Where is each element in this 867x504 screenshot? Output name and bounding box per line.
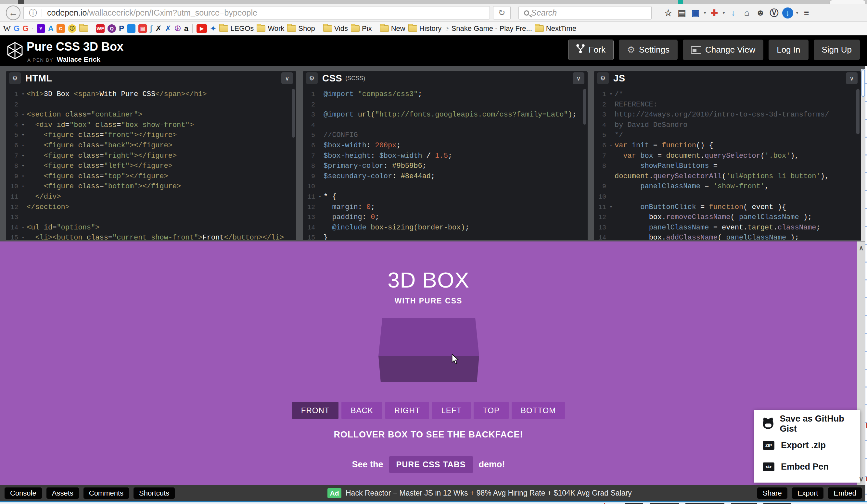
fold-arrow-icon[interactable]: ▾ <box>20 182 26 192</box>
fold-arrow-icon[interactable]: ▾ <box>20 151 26 161</box>
fold-arrow-icon[interactable]: ▾ <box>608 202 614 212</box>
bookmark-info-circle[interactable]: ⓘ <box>68 24 76 33</box>
background-scrollbar-thumb[interactable] <box>861 69 865 97</box>
shield-v-icon[interactable]: Ⓥ <box>767 7 781 19</box>
extension-download-icon-caret[interactable]: ▾ <box>794 10 800 15</box>
bookmark-q-purple[interactable]: Q <box>108 24 116 33</box>
fold-arrow-icon[interactable] <box>608 223 614 233</box>
fold-arrow-icon[interactable] <box>317 171 323 182</box>
bookmark-star-icon[interactable]: ☆ <box>661 7 675 19</box>
fold-arrow-icon[interactable] <box>317 151 323 161</box>
feedback-smiley-icon[interactable]: ☻ <box>753 7 767 19</box>
back-button[interactable]: ← <box>6 6 20 20</box>
reading-list-icon[interactable]: ▤ <box>675 7 689 19</box>
fold-arrow-icon[interactable] <box>608 100 614 110</box>
fold-arrow-icon[interactable] <box>608 151 614 161</box>
bookmark-folder-pix[interactable]: Pix <box>351 24 372 33</box>
bookmark-script-f[interactable]: ʃ <box>150 25 152 32</box>
fold-arrow-icon[interactable] <box>608 130 614 141</box>
bookmark-peace[interactable]: ☮ <box>174 25 181 32</box>
fold-arrow-icon[interactable]: ▾ <box>20 89 26 100</box>
fold-arrow-icon[interactable] <box>20 212 26 223</box>
fold-arrow-icon[interactable] <box>608 120 614 130</box>
fold-arrow-icon[interactable] <box>608 182 614 192</box>
bookmark-x-black[interactable]: ✗ <box>155 25 162 32</box>
fold-arrow-icon[interactable] <box>317 100 323 110</box>
fold-arrow-icon[interactable]: ▾ <box>20 161 26 171</box>
fold-arrow-icon[interactable]: ▾ <box>317 192 323 202</box>
editor-settings-gear-icon[interactable]: ⚙ <box>306 73 318 84</box>
pen-author[interactable]: Wallace Erick <box>56 55 100 63</box>
bookmark-snake-game[interactable]: ◔Snake Game - Play Fre... <box>445 24 532 33</box>
fold-arrow-icon[interactable]: ▾ <box>20 130 26 141</box>
bookmark-folder-new[interactable]: New <box>380 24 405 33</box>
home-icon[interactable]: ⌂ <box>740 7 753 19</box>
signup-button[interactable]: Sign Up <box>814 40 860 60</box>
editor-scrollbar-thumb[interactable] <box>856 89 859 134</box>
bookmark-folder-nexttime[interactable]: NextTime <box>535 24 576 33</box>
save-page-icon[interactable]: ▣ <box>689 7 702 19</box>
fold-arrow-icon[interactable] <box>20 202 26 212</box>
fold-arrow-icon[interactable] <box>608 110 614 120</box>
face-button-front[interactable]: FRONT <box>292 402 339 419</box>
bookmark-pdf-red[interactable]: ▤ <box>138 24 147 33</box>
fold-arrow-icon[interactable] <box>317 212 323 223</box>
editor-settings-gear-icon[interactable]: ⚙ <box>597 73 609 84</box>
fold-arrow-icon[interactable]: ▾ <box>20 171 26 182</box>
menu-item-zip[interactable]: ZIPExport .zip <box>754 435 860 456</box>
bookmark-spark-blue[interactable]: ✦ <box>210 25 216 32</box>
face-button-left[interactable]: LEFT <box>432 402 471 419</box>
bookmark-google-1[interactable]: G <box>14 25 20 32</box>
fold-arrow-icon[interactable]: ▾ <box>20 110 26 120</box>
face-button-top[interactable]: TOP <box>474 402 509 419</box>
bookmark-folder-history[interactable]: History <box>408 24 441 33</box>
save-page-icon-caret[interactable]: ▾ <box>702 10 707 15</box>
editor-collapse-chevron-icon[interactable]: ∨ <box>281 73 293 84</box>
editor-collapse-chevron-icon[interactable]: ∨ <box>573 73 585 84</box>
bookmark-yahoo[interactable]: Y <box>37 24 45 33</box>
menu-hamburger-icon[interactable]: ≡ <box>800 7 813 19</box>
fold-arrow-icon[interactable] <box>20 192 26 202</box>
change-view-button[interactable]: Change View <box>683 40 763 60</box>
site-info-icon[interactable]: ⓘ <box>29 8 37 18</box>
bookmark-wikipedia[interactable]: W <box>3 25 11 32</box>
bookmark-youtube[interactable]: ▶ <box>196 24 207 33</box>
fold-arrow-icon[interactable] <box>317 130 323 141</box>
footer-ad[interactable]: Ad Hack Reactor = Master JS in 12 Wks + … <box>328 488 632 498</box>
fold-arrow-icon[interactable] <box>608 161 614 171</box>
code-area-js[interactable]: 1▾/*2REFERENCE:3http://24ways.org/2010/i… <box>594 86 861 240</box>
fold-arrow-icon[interactable] <box>317 233 323 240</box>
fold-arrow-icon[interactable] <box>608 192 614 202</box>
bookmark-folder-shop[interactable]: Shop <box>287 24 315 33</box>
bookmark-c-orange[interactable]: C <box>56 24 65 33</box>
editor-scrollbar-thumb[interactable] <box>292 89 295 138</box>
fold-arrow-icon[interactable] <box>317 202 323 212</box>
editor-scrollbar-thumb[interactable] <box>583 89 586 124</box>
menu-item-embed[interactable]: </>Embed Pen <box>754 456 860 478</box>
fold-arrow-icon[interactable] <box>317 141 323 151</box>
face-button-back[interactable]: BACK <box>341 402 382 419</box>
url-bar[interactable]: ⓘ codepen.io/wallaceerick/pen/IGxim?utm_… <box>23 6 490 20</box>
bookmark-a-blue[interactable]: A <box>48 25 54 32</box>
fold-arrow-icon[interactable]: ▾ <box>608 89 614 100</box>
fold-arrow-icon[interactable] <box>317 182 323 192</box>
fold-arrow-icon[interactable] <box>317 89 323 100</box>
fork-button[interactable]: Fork <box>568 40 614 60</box>
ad-text[interactable]: Hack Reactor = Master JS in 12 Wks + 98%… <box>346 489 632 497</box>
active-tab-top[interactable] <box>829 0 866 4</box>
bookmark-x-blue[interactable]: ✗ <box>165 25 171 32</box>
code-area-css[interactable]: 1@import "compass/css3";23@import url("h… <box>303 86 588 240</box>
extension-download-icon[interactable]: ↓ <box>782 8 793 19</box>
css-3d-box[interactable] <box>378 318 479 382</box>
menu-item-github[interactable]: Save as GitHub Gist <box>754 413 860 435</box>
fold-arrow-icon[interactable]: ▾ <box>20 141 26 151</box>
fold-arrow-icon[interactable]: ▾ <box>20 120 26 130</box>
bookmark-blue-square[interactable] <box>127 24 136 33</box>
reload-button[interactable]: ↻ <box>493 6 511 20</box>
editor-settings-gear-icon[interactable]: ⚙ <box>9 73 21 84</box>
pure-css-tabs-button[interactable]: PURE CSS TABS <box>389 456 473 473</box>
fold-arrow-icon[interactable]: ▾ <box>20 223 26 233</box>
bookmark-overflow-dot[interactable]: · <box>32 25 34 32</box>
scrollbar-down-icon[interactable]: ∨ <box>858 475 865 483</box>
bookmark-wellsfargo[interactable]: WF <box>96 24 105 33</box>
